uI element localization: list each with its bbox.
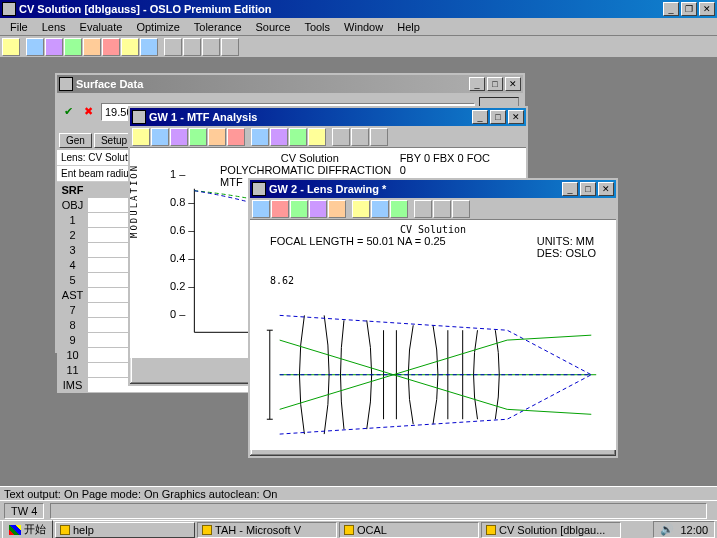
srf-cell: 8: [58, 318, 88, 333]
close-button[interactable]: ✕: [699, 2, 715, 16]
start-button[interactable]: 开始: [2, 520, 53, 538]
check-icon[interactable]: ✔: [64, 105, 78, 119]
toolbar-btn[interactable]: [270, 128, 288, 146]
mdi-client: Surface Data _ □ ✕ ✔ ✖ Gen Setup Lens: C…: [0, 58, 717, 500]
toolbar-btn[interactable]: [352, 200, 370, 218]
status-cell: TW 4: [4, 503, 44, 519]
toolbar-btn[interactable]: [332, 128, 350, 146]
srf-cell: 1: [58, 213, 88, 228]
toolbar-btn[interactable]: [170, 128, 188, 146]
toolbar-btn[interactable]: [140, 38, 158, 56]
menu-lens[interactable]: Lens: [36, 20, 72, 34]
task-icon: [344, 525, 354, 535]
menubar: File Lens Evaluate Optimize Tolerance So…: [0, 18, 717, 36]
minimize-button[interactable]: _: [562, 182, 578, 196]
taskbar-task[interactable]: OCAL: [339, 522, 479, 538]
taskbar: 开始 help TAH - Microsoft V OCAL CV Soluti…: [0, 520, 717, 538]
srf-cell: IMS: [58, 378, 88, 393]
status-cell: [50, 503, 707, 519]
toolbar-btn[interactable]: [121, 38, 139, 56]
toolbar-btn[interactable]: [252, 200, 270, 218]
toolbar-btn[interactable]: [221, 38, 239, 56]
window-title: Surface Data: [76, 78, 469, 90]
toolbar-btn[interactable]: [208, 128, 226, 146]
window-icon: [59, 77, 73, 91]
menu-source[interactable]: Source: [250, 20, 297, 34]
status-bar: TW 4: [0, 500, 717, 520]
maximize-button[interactable]: □: [490, 110, 506, 124]
toolbar-btn[interactable]: [328, 200, 346, 218]
toolbar-btn[interactable]: [452, 200, 470, 218]
app-icon: [2, 2, 16, 16]
lens-drawing-window[interactable]: GW 2 - Lens Drawing * _ □ ✕ CV Solution …: [248, 178, 618, 458]
cross-icon[interactable]: ✖: [84, 105, 98, 119]
minimize-button[interactable]: _: [472, 110, 488, 124]
toolbar-btn[interactable]: [271, 200, 289, 218]
toolbar-btn[interactable]: [189, 128, 207, 146]
srf-cell: OBJ: [58, 198, 88, 213]
col-srf: SRF: [58, 183, 88, 198]
toolbar-btn[interactable]: [202, 38, 220, 56]
status-text: Text output: On Page mode: On Graphics a…: [4, 488, 277, 500]
menu-tolerance[interactable]: Tolerance: [188, 20, 248, 34]
toolbar-btn[interactable]: [45, 38, 63, 56]
start-label: 开始: [24, 522, 46, 537]
menu-tools[interactable]: Tools: [298, 20, 336, 34]
units-label: UNITS: MM: [537, 235, 594, 247]
toolbar-btn[interactable]: [370, 128, 388, 146]
window-icon: [252, 182, 266, 196]
close-button[interactable]: ✕: [598, 182, 614, 196]
restore-button[interactable]: ❐: [681, 2, 697, 16]
close-button[interactable]: ✕: [508, 110, 524, 124]
maximize-button[interactable]: □: [580, 182, 596, 196]
toolbar-btn[interactable]: [414, 200, 432, 218]
toolbar-btn[interactable]: [132, 128, 150, 146]
minimize-button[interactable]: _: [469, 77, 485, 91]
main-toolbar: [0, 36, 717, 58]
toolbar-btn[interactable]: [151, 128, 169, 146]
lens-plot: CV Solution FOCAL LENGTH = 50.01 NA = 0.…: [250, 220, 616, 450]
toolbar-btn[interactable]: [290, 200, 308, 218]
toolbar-btn[interactable]: [308, 128, 326, 146]
maximize-button[interactable]: □: [487, 77, 503, 91]
task-icon: [486, 525, 496, 535]
taskbar-task[interactable]: TAH - Microsoft V: [197, 522, 337, 538]
app-title: CV Solution [dblgauss] - OSLO Premium Ed…: [19, 3, 663, 15]
toolbar-btn[interactable]: [433, 200, 451, 218]
srf-cell: AST: [58, 288, 88, 303]
system-tray[interactable]: 🔊 12:00: [653, 521, 715, 538]
toolbar-btn[interactable]: [371, 200, 389, 218]
gen-button[interactable]: Gen: [59, 133, 92, 148]
toolbar-btn[interactable]: [164, 38, 182, 56]
toolbar-btn[interactable]: [26, 38, 44, 56]
toolbar-btn[interactable]: [289, 128, 307, 146]
clock: 12:00: [680, 524, 708, 536]
toolbar-btn[interactable]: [64, 38, 82, 56]
toolbar-btn[interactable]: [2, 38, 20, 56]
menu-help[interactable]: Help: [391, 20, 426, 34]
close-button[interactable]: ✕: [505, 77, 521, 91]
toolbar-btn[interactable]: [309, 200, 327, 218]
toolbar-btn[interactable]: [351, 128, 369, 146]
toolbar-btn[interactable]: [183, 38, 201, 56]
minimize-button[interactable]: _: [663, 2, 679, 16]
srf-cell: 4: [58, 258, 88, 273]
task-icon: [60, 525, 70, 535]
toolbar-btn[interactable]: [227, 128, 245, 146]
srf-cell: 7: [58, 303, 88, 318]
taskbar-task[interactable]: help: [55, 522, 195, 538]
toolbar-btn[interactable]: [251, 128, 269, 146]
menu-file[interactable]: File: [4, 20, 34, 34]
window-icon: [132, 110, 146, 124]
taskbar-task[interactable]: CV Solution [dblgau...: [481, 522, 621, 538]
toolbar-btn[interactable]: [102, 38, 120, 56]
toolbar-btn[interactable]: [390, 200, 408, 218]
menu-window[interactable]: Window: [338, 20, 389, 34]
menu-optimize[interactable]: Optimize: [130, 20, 185, 34]
srf-cell: 11: [58, 363, 88, 378]
app-titlebar: CV Solution [dblgauss] - OSLO Premium Ed…: [0, 0, 717, 18]
tray-icon[interactable]: 🔊: [660, 523, 674, 536]
menu-evaluate[interactable]: Evaluate: [74, 20, 129, 34]
toolbar-btn[interactable]: [83, 38, 101, 56]
plot-info1: FBY 0 FBX 0 FOC 0: [400, 152, 496, 176]
